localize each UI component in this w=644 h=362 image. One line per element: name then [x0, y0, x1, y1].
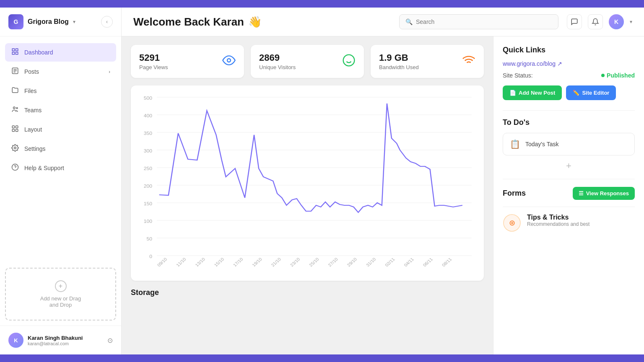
svg-text:25/10: 25/10 — [308, 257, 320, 268]
pageviews-icon — [222, 54, 236, 70]
stat-card-pageviews: 5291 Page Views — [131, 45, 244, 78]
svg-text:300: 300 — [144, 149, 152, 153]
add-widget-area[interactable]: + Add new or Drag and Drop — [5, 268, 116, 321]
add-new-post-button[interactable]: 📄 Add New Post — [503, 85, 562, 100]
sidebar-item-teams[interactable]: Teams — [5, 101, 116, 119]
search-icon: 🔍 — [405, 18, 413, 25]
avatar: K — [8, 333, 23, 348]
site-editor-button[interactable]: ✏️ Site Editor — [566, 85, 616, 100]
greeting-emoji: 👋 — [248, 16, 262, 28]
user-name: Karan Singh Bhakuni — [28, 335, 103, 341]
todo-add-button[interactable]: + — [503, 160, 635, 171]
tips-section: ⊛ Tips & Tricks Recommendations and best — [503, 207, 635, 235]
svg-point-8 — [13, 107, 16, 109]
sidebar-item-label: Settings — [24, 145, 46, 152]
notifications-button[interactable] — [588, 14, 603, 29]
divider — [503, 110, 635, 111]
dashboard-main: 5291 Page Views 2869 Unique Visitors — [122, 36, 493, 354]
todo-text: Today's Task — [525, 141, 558, 147]
brand-chevron-icon[interactable]: ▾ — [73, 19, 75, 25]
sidebar-item-help[interactable]: Help & Support — [5, 159, 116, 177]
svg-text:17/10: 17/10 — [232, 257, 244, 268]
tips-icon: ⊛ — [503, 214, 521, 235]
tips-info: Tips & Tricks Recommendations and best — [527, 214, 589, 227]
status-badge: Published — [601, 72, 635, 79]
stat-label: Unique Visitors — [259, 64, 296, 70]
svg-text:19/10: 19/10 — [251, 257, 263, 268]
svg-point-14 — [14, 147, 16, 149]
stat-value: 1.9 GB — [379, 52, 419, 63]
search-box[interactable]: 🔍 — [399, 14, 558, 29]
sidebar-nav: Dashboard Posts › Files Teams — [0, 36, 121, 263]
chat-button[interactable] — [567, 14, 582, 29]
forms-title: Forms — [503, 189, 526, 198]
stat-info: 2869 Unique Visitors — [259, 52, 296, 70]
avatar-chevron-icon[interactable]: ▾ — [630, 19, 632, 25]
sidebar-item-files[interactable]: Files — [5, 82, 116, 100]
chart-card: 0 50 100 150 200 250 300 350 400 500 09/… — [131, 85, 484, 281]
svg-rect-11 — [16, 126, 18, 128]
stats-row: 5291 Page Views 2869 Unique Visitors — [131, 45, 484, 78]
user-info: Karan Singh Bhakuni karan@latracal.com — [28, 335, 103, 346]
sidebar-collapse-button[interactable]: ‹ — [101, 16, 113, 28]
help-icon — [11, 163, 19, 173]
sidebar-item-label: Posts — [24, 68, 39, 75]
svg-text:50: 50 — [147, 237, 153, 241]
sidebar-item-settings[interactable]: Settings — [5, 140, 116, 158]
svg-text:21/10: 21/10 — [270, 257, 282, 268]
edit-icon: ✏️ — [573, 90, 579, 96]
brand-selector[interactable]: G Grigora Blog ▾ — [8, 14, 75, 29]
sidebar-item-dashboard[interactable]: Dashboard — [5, 43, 116, 62]
svg-text:11/10: 11/10 — [175, 257, 187, 268]
quick-links-title: Quick Links — [503, 46, 635, 54]
quick-link-buttons: 📄 Add New Post ✏️ Site Editor — [503, 85, 635, 100]
sidebar-item-layout[interactable]: Layout — [5, 120, 116, 139]
stat-info: 1.9 GB Bandwidth Used — [379, 52, 419, 70]
svg-text:29/10: 29/10 — [346, 257, 358, 268]
sidebar-item-label: Help & Support — [24, 165, 64, 171]
blog-url-link[interactable]: www.grigora.co/blog ↗ — [503, 60, 635, 67]
settings-icon — [11, 144, 19, 153]
svg-text:23/10: 23/10 — [289, 257, 301, 268]
sidebar-item-posts[interactable]: Posts › — [5, 62, 116, 81]
visitors-icon — [342, 54, 356, 70]
bandwidth-icon — [462, 54, 475, 70]
tips-subtitle: Recommendations and best — [527, 221, 589, 227]
chart-area: 0 50 100 150 200 250 300 350 400 500 09/… — [138, 93, 476, 273]
list-icon: ☰ — [579, 190, 584, 197]
sidebar-user: K Karan Singh Bhakuni karan@latracal.com… — [0, 326, 121, 354]
storage-title: Storage — [131, 288, 484, 297]
top-bar — [0, 0, 644, 8]
svg-text:0: 0 — [149, 254, 152, 259]
dashboard-icon — [11, 48, 19, 57]
sidebar-item-label: Dashboard — [24, 49, 53, 56]
header: Welcome Back Karan 👋 🔍 K ▾ — [122, 8, 644, 36]
svg-text:13/10: 13/10 — [194, 257, 206, 268]
stat-label: Page Views — [139, 64, 168, 70]
greeting-text: Welcome Back Karan — [133, 16, 244, 28]
posts-chevron-icon: › — [109, 69, 110, 74]
svg-point-18 — [343, 54, 355, 66]
stat-value: 2869 — [259, 52, 296, 63]
sidebar-item-label: Files — [24, 88, 37, 94]
stat-card-visitors: 2869 Unique Visitors — [251, 45, 364, 78]
user-logout-icon[interactable]: ⊙ — [107, 336, 113, 344]
status-dot — [601, 74, 605, 77]
tips-title: Tips & Tricks — [527, 214, 589, 221]
page-title: Welcome Back Karan 👋 — [133, 16, 262, 28]
stat-card-bandwidth: 1.9 GB Bandwidth Used — [371, 45, 484, 78]
view-responses-button[interactable]: ☰ View Responses — [573, 187, 635, 200]
sidebar-item-label: Layout — [24, 126, 42, 133]
dashboard-body: 5291 Page Views 2869 Unique Visitors — [122, 36, 644, 354]
forms-header: Forms ☰ View Responses — [503, 187, 635, 200]
todos-title: To Do's — [503, 118, 635, 127]
user-avatar[interactable]: K — [609, 14, 624, 29]
svg-rect-0 — [12, 49, 14, 51]
todo-item[interactable]: 📋 Today's Task — [503, 133, 635, 155]
svg-text:06/11: 06/11 — [422, 257, 434, 268]
teams-icon — [11, 106, 19, 115]
layout-icon — [11, 125, 19, 134]
search-input[interactable] — [416, 18, 552, 25]
blog-url-text: www.grigora.co/blog — [503, 60, 556, 67]
svg-text:200: 200 — [144, 184, 152, 189]
